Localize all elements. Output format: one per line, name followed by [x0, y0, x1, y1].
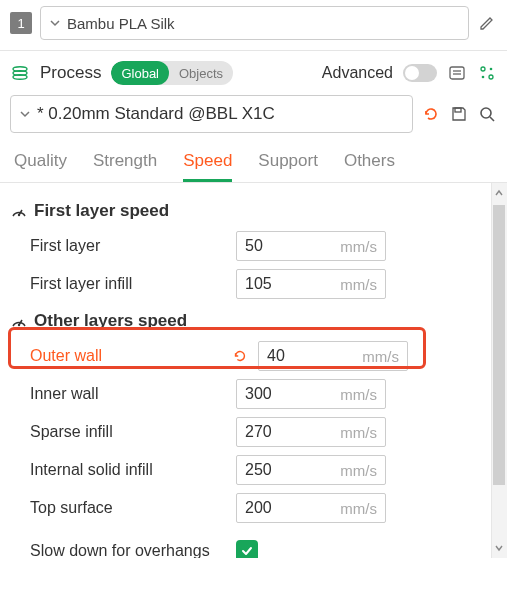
scope-global[interactable]: Global	[111, 61, 169, 85]
svg-point-16	[18, 324, 20, 326]
svg-rect-3	[450, 67, 464, 79]
compare-icon[interactable]	[477, 63, 497, 83]
row-top-surface: Top surface mm/s	[10, 489, 485, 527]
reset-icon[interactable]	[232, 348, 248, 364]
search-icon[interactable]	[477, 104, 497, 124]
unit: mm/s	[340, 462, 377, 479]
label-sparse-infill: Sparse infill	[30, 423, 230, 441]
checkbox-slow-overhangs[interactable]	[236, 540, 258, 558]
input-sparse-infill-field[interactable]	[245, 423, 305, 441]
input-first-layer-infill-field[interactable]	[245, 275, 305, 293]
filament-dropdown[interactable]: Bambu PLA Silk	[40, 6, 469, 40]
label-slow-overhangs: Slow down for overhangs	[30, 541, 230, 558]
row-first-layer-infill: First layer infill mm/s	[10, 265, 485, 303]
tab-others[interactable]: Others	[344, 151, 395, 182]
label-top-surface: Top surface	[30, 499, 230, 517]
tab-support[interactable]: Support	[258, 151, 318, 182]
advanced-toggle[interactable]	[403, 64, 437, 82]
input-top-surface[interactable]: mm/s	[236, 493, 386, 523]
row-first-layer: First layer mm/s	[10, 227, 485, 265]
unit: mm/s	[340, 500, 377, 517]
scrollbar-thumb[interactable]	[493, 205, 505, 485]
checkmark-icon	[240, 544, 254, 558]
label-inner-wall: Inner wall	[30, 385, 230, 403]
group-first-layer-speed: First layer speed	[10, 193, 485, 227]
label-outer-wall: Outer wall	[30, 347, 230, 365]
group-title: Other layers speed	[34, 311, 187, 331]
label-internal-solid-infill: Internal solid infill	[30, 461, 230, 479]
tab-speed[interactable]: Speed	[183, 151, 232, 182]
scope-objects[interactable]: Objects	[169, 61, 233, 85]
group-other-layers-speed: Other layers speed	[10, 303, 485, 337]
input-internal-solid-infill-field[interactable]	[245, 461, 305, 479]
input-top-surface-field[interactable]	[245, 499, 305, 517]
unit: mm/s	[340, 424, 377, 441]
process-preset-dropdown[interactable]: * 0.20mm Standard @BBL X1C	[10, 95, 413, 133]
layers-icon	[10, 63, 30, 83]
svg-point-9	[482, 76, 485, 79]
row-sparse-infill: Sparse infill mm/s	[10, 413, 485, 451]
svg-point-11	[481, 108, 491, 118]
filament-name: Bambu PLA Silk	[67, 15, 175, 32]
input-internal-solid-infill[interactable]: mm/s	[236, 455, 386, 485]
svg-point-7	[489, 75, 493, 79]
chevron-down-icon	[49, 17, 61, 29]
row-internal-solid-infill: Internal solid infill mm/s	[10, 451, 485, 489]
svg-point-6	[481, 67, 485, 71]
group-title: First layer speed	[34, 201, 169, 221]
input-outer-wall-field[interactable]	[267, 347, 327, 365]
chevron-down-icon	[19, 108, 31, 120]
scrollbar[interactable]	[491, 183, 507, 558]
advanced-label: Advanced	[322, 64, 393, 82]
filament-index: 1	[17, 16, 24, 31]
row-outer-wall: Outer wall mm/s	[10, 337, 485, 375]
save-icon[interactable]	[449, 104, 469, 124]
input-first-layer[interactable]: mm/s	[236, 231, 386, 261]
edit-icon[interactable]	[477, 13, 497, 33]
settings-tabs: Quality Strength Speed Support Others	[0, 141, 507, 183]
process-preset-name: * 0.20mm Standard @BBL X1C	[37, 104, 275, 124]
svg-line-12	[490, 117, 494, 121]
unit: mm/s	[340, 238, 377, 255]
svg-rect-10	[455, 108, 461, 112]
input-inner-wall-field[interactable]	[245, 385, 305, 403]
svg-point-8	[490, 68, 493, 71]
input-sparse-infill[interactable]: mm/s	[236, 417, 386, 447]
scroll-down-icon[interactable]	[491, 540, 507, 556]
svg-point-2	[13, 75, 27, 79]
input-outer-wall[interactable]: mm/s	[258, 341, 408, 371]
gauge-icon	[10, 202, 28, 220]
row-slow-overhangs: Slow down for overhangs	[10, 527, 485, 558]
list-icon[interactable]	[447, 63, 467, 83]
unit: mm/s	[340, 386, 377, 403]
input-first-layer-infill[interactable]: mm/s	[236, 269, 386, 299]
tab-strength[interactable]: Strength	[93, 151, 157, 182]
reset-icon[interactable]	[421, 104, 441, 124]
filament-color-swatch[interactable]: 1	[10, 12, 32, 34]
unit: mm/s	[340, 276, 377, 293]
scope-toggle[interactable]: Global Objects	[111, 61, 233, 85]
tab-quality[interactable]: Quality	[14, 151, 67, 182]
input-inner-wall[interactable]: mm/s	[236, 379, 386, 409]
svg-point-14	[18, 214, 20, 216]
gauge-icon	[10, 312, 28, 330]
label-first-layer-infill: First layer infill	[30, 275, 230, 293]
row-inner-wall: Inner wall mm/s	[10, 375, 485, 413]
input-first-layer-field[interactable]	[245, 237, 305, 255]
unit: mm/s	[362, 348, 399, 365]
process-section-label: Process	[40, 63, 101, 83]
scroll-up-icon[interactable]	[491, 185, 507, 201]
label-first-layer: First layer	[30, 237, 230, 255]
